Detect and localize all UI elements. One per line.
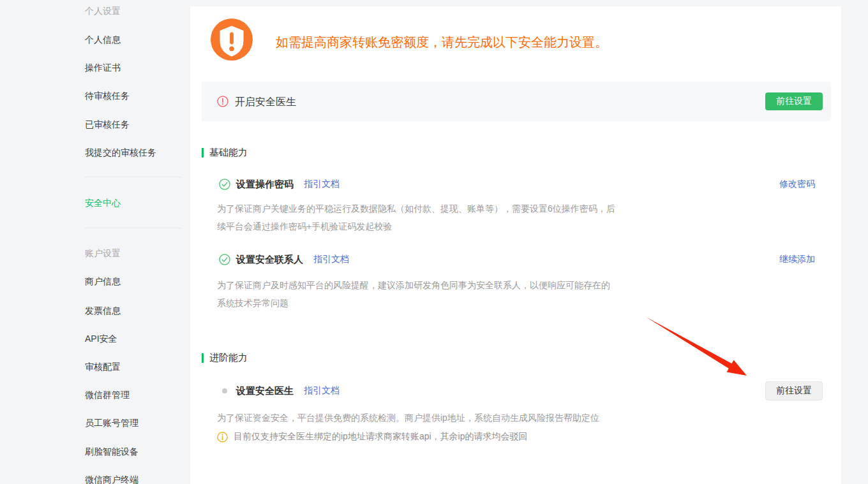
security-doctor-banner: 开启安全医生 前往设置 bbox=[202, 82, 831, 121]
sidebar-item-merchant-info[interactable]: 商户信息 bbox=[85, 275, 121, 288]
capability-title: 设置操作密码 bbox=[236, 179, 294, 191]
section-header-basic: 基础能力 bbox=[202, 147, 248, 158]
change-password-link[interactable]: 修改密码 bbox=[779, 179, 815, 190]
sidebar-item-face-smart-device[interactable]: 刷脸智能设备 bbox=[85, 445, 138, 458]
guide-doc-link[interactable]: 指引文档 bbox=[313, 254, 349, 265]
section-accent-bar bbox=[202, 148, 204, 158]
dot-bullet-icon bbox=[222, 388, 227, 393]
ip-restriction-warning: 目前仅支持安全医生绑定的ip地址请求商家转账api，其余ip的请求均会驳回 bbox=[217, 431, 527, 443]
alert-circle-icon bbox=[217, 96, 228, 107]
sidebar-item-reviewed-tasks[interactable]: 已审核任务 bbox=[85, 118, 130, 131]
capability-row-security-contact: 设置安全联系人 指引文档 bbox=[219, 252, 349, 267]
sidebar-divider bbox=[85, 177, 182, 177]
section-header-advanced: 进阶能力 bbox=[202, 353, 248, 363]
sidebar-item-security-center[interactable]: 安全中心 bbox=[85, 196, 121, 209]
capability-row-security-doctor: 设置安全医生 指引文档 bbox=[219, 383, 340, 399]
check-circle-icon bbox=[219, 254, 230, 265]
capability-desc: 为了保证资金安全，平台提供免费的系统检测。商户提供ip地址，系统自动生成风险报告… bbox=[217, 409, 651, 427]
section-title: 进阶能力 bbox=[209, 352, 248, 364]
capability-title: 设置安全医生 bbox=[236, 385, 294, 397]
sidebar: 个人设置 个人信息 操作证书 待审核任务 已审核任务 我提交的审核任务 安全中心… bbox=[0, 0, 190, 484]
shield-exclamation-icon bbox=[211, 18, 253, 61]
banner-go-setup-button[interactable]: 前往设置 bbox=[765, 92, 823, 110]
sidebar-item-review-config[interactable]: 审核配置 bbox=[85, 360, 121, 373]
info-circle-icon bbox=[217, 432, 228, 443]
sidebar-item-personal-info[interactable]: 个人信息 bbox=[85, 33, 121, 46]
security-notice-text: 如需提高商家转账免密额度，请先完成以下安全能力设置。 bbox=[276, 34, 608, 51]
continue-add-link[interactable]: 继续添加 bbox=[779, 254, 815, 265]
sidebar-item-invoice-info[interactable]: 发票信息 bbox=[85, 304, 121, 317]
sidebar-item-staff-account-mgmt[interactable]: 员工账号管理 bbox=[85, 416, 138, 429]
security-center-page: 个人设置 个人信息 操作证书 待审核任务 已审核任务 我提交的审核任务 安全中心… bbox=[0, 0, 868, 484]
sidebar-item-pending-tasks[interactable]: 待审核任务 bbox=[85, 89, 130, 102]
warning-text: 目前仅支持安全医生绑定的ip地址请求商家转账api，其余ip的请求均会驳回 bbox=[234, 431, 527, 443]
go-setup-button[interactable]: 前往设置 bbox=[765, 381, 823, 400]
sidebar-group-account-settings: 账户设置 bbox=[85, 247, 121, 260]
capability-row-operation-password: 设置操作密码 指引文档 bbox=[219, 177, 340, 192]
main-content-panel: 如需提高商家转账免密额度，请先完成以下安全能力设置。 开启安全医生 前往设置 基… bbox=[190, 6, 841, 484]
sidebar-item-api-security[interactable]: API安全 bbox=[85, 332, 117, 345]
sidebar-group-personal-settings: 个人设置 bbox=[85, 4, 121, 17]
capability-desc: 为了保证商户关键业务的平稳运行及数据隐私（如付款、提现、账单等），需要设置6位操… bbox=[217, 200, 618, 235]
guide-doc-link[interactable]: 指引文档 bbox=[304, 179, 340, 190]
sidebar-item-wechat-merchant-terminal[interactable]: 微信商户终端 bbox=[85, 473, 138, 484]
sidebar-divider bbox=[85, 228, 182, 228]
banner-title: 开启安全医生 bbox=[235, 96, 296, 109]
capability-title: 设置安全联系人 bbox=[236, 254, 303, 266]
sidebar-item-my-submitted-tasks[interactable]: 我提交的审核任务 bbox=[85, 146, 156, 159]
guide-doc-link[interactable]: 指引文档 bbox=[304, 385, 340, 397]
sidebar-item-wechat-group-mgmt[interactable]: 微信群管理 bbox=[85, 388, 130, 401]
capability-desc: 为了保证商户及时感知平台的风险提醒，建议添加研发角色同事为安全联系人，以便响应可… bbox=[217, 276, 618, 312]
sidebar-item-operation-cert[interactable]: 操作证书 bbox=[85, 61, 121, 74]
check-circle-icon bbox=[219, 179, 230, 190]
section-title: 基础能力 bbox=[209, 147, 248, 159]
section-accent-bar bbox=[202, 353, 204, 363]
